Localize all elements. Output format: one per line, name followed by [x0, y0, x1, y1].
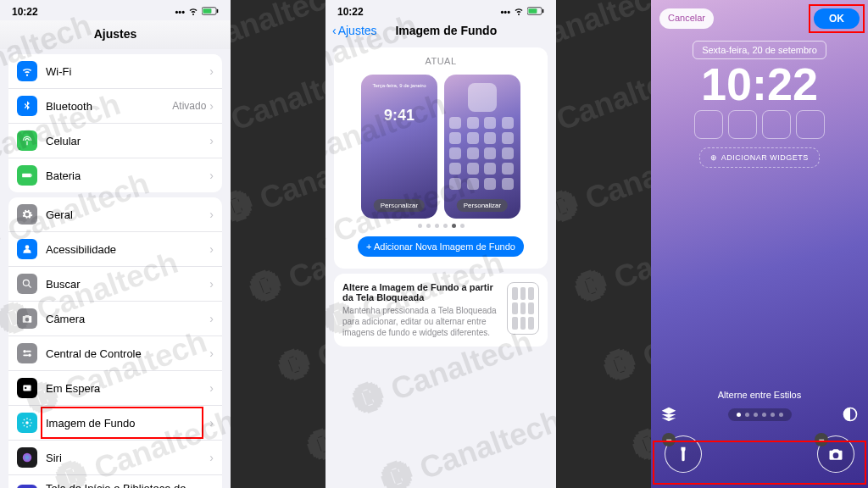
tip-card: Altere a Imagem de Fundo a partir da Tel… — [334, 274, 548, 347]
personalize-home-button[interactable]: Personalizar — [457, 199, 508, 212]
flashlight-icon — [675, 446, 692, 463]
svg-rect-8 — [23, 354, 28, 356]
row-label: Em Espera — [46, 382, 209, 395]
tip-phone-icon — [507, 282, 539, 335]
chevron-right-icon: › — [209, 134, 214, 147]
nav-bar: ‹ Ajustes Imagem de Fundo — [326, 20, 556, 42]
remove-icon[interactable]: − — [815, 433, 828, 446]
svg-rect-20 — [542, 9, 543, 13]
chevron-right-icon: › — [209, 99, 214, 113]
background-gap: 🅒 Canaltech🅒 Canaltech🅒 Canaltech🅒 Canal… — [556, 0, 651, 488]
person-icon — [17, 239, 37, 259]
camera-icon — [827, 446, 844, 463]
row-value: Ativado — [172, 100, 206, 112]
status-bar: 10:22 ••• — [0, 0, 231, 20]
row-label: Câmera — [46, 313, 209, 325]
lockscreen-preview[interactable]: Terça-feira, 9 de janeiro 9:41 Personali… — [361, 75, 437, 219]
preview-app-grid — [449, 117, 515, 190]
personalize-lock-button[interactable]: Personalizar — [374, 199, 425, 212]
settings-group: Wi-Fi›BluetoothAtivado›Celular›Bateria› — [8, 54, 222, 192]
signal-icon: ••• — [500, 7, 510, 17]
settings-row-wallpaper[interactable]: Imagem de Fundo› — [8, 406, 222, 441]
remove-icon[interactable]: − — [662, 433, 676, 446]
chevron-right-icon: › — [209, 381, 214, 395]
siri-icon — [17, 447, 37, 468]
date-field[interactable]: Sexta-feira, 20 de setembro — [693, 41, 826, 59]
row-label: Buscar — [46, 278, 209, 291]
row-label: Celular — [46, 135, 209, 147]
layers-icon[interactable] — [659, 405, 678, 424]
contrast-icon[interactable] — [841, 405, 860, 424]
chevron-right-icon: › — [209, 242, 214, 256]
signal-icon: ••• — [175, 7, 185, 17]
chevron-right-icon: › — [209, 64, 214, 78]
homescreen-preview[interactable]: Personalizar — [444, 75, 520, 219]
svg-point-3 — [25, 245, 30, 249]
chevron-left-icon: ‹ — [332, 24, 337, 37]
svg-rect-6 — [26, 351, 31, 352]
settings-row-wifi[interactable]: Wi-Fi› — [8, 54, 222, 89]
chevron-right-icon: › — [209, 208, 214, 221]
widget-slot[interactable] — [762, 110, 791, 139]
settings-row-camera[interactable]: Câmera› — [8, 302, 222, 336]
chevron-right-icon: › — [209, 347, 214, 360]
battery-icon — [527, 6, 544, 18]
current-wallpaper-card: ATUAL Terça-feira, 9 de janeiro 9:41 Per… — [334, 47, 548, 269]
camera-icon — [17, 308, 37, 329]
time-field[interactable]: 10:22 — [651, 61, 868, 107]
row-label: Geral — [46, 208, 209, 221]
gear-icon — [17, 204, 37, 225]
settings-row-battery[interactable]: Bateria› — [8, 158, 222, 192]
svg-rect-2 — [217, 9, 218, 13]
battery-icon — [17, 165, 37, 186]
style-controls — [659, 405, 860, 424]
wallpaper-previews: Terça-feira, 9 de janeiro 9:41 Personali… — [361, 75, 520, 219]
row-label: Tela de Início e Biblioteca de Apps — [46, 482, 209, 488]
tip-title: Altere a Imagem de Fundo a partir da Tel… — [342, 282, 498, 302]
widget-slot[interactable] — [694, 110, 723, 139]
widget-slot[interactable] — [728, 110, 757, 139]
row-label: Central de Controle — [46, 347, 209, 360]
settings-row-siri[interactable]: Siri› — [8, 441, 222, 475]
settings-row-search[interactable]: Buscar› — [8, 267, 222, 302]
svg-point-11 — [25, 421, 29, 424]
camera-button[interactable]: − — [817, 435, 854, 473]
status-time: 10:22 — [12, 6, 38, 18]
settings-row-bluetooth[interactable]: BluetoothAtivado› — [8, 89, 222, 124]
svg-rect-1 — [203, 8, 211, 14]
bluetooth-icon — [17, 96, 37, 116]
wallpaper-settings-screen: 10:22 ••• ‹ Ajustes Imagem de Fundo ATUA… — [326, 0, 556, 488]
widget-slots[interactable] — [651, 110, 868, 139]
styles-label: Alterne entre Estilos — [659, 390, 860, 400]
settings-row-homegrid[interactable]: Tela de Início e Biblioteca de Apps› — [8, 475, 222, 488]
editor-top-bar: Cancelar OK — [651, 0, 868, 29]
status-icons: ••• — [175, 6, 219, 18]
status-icons: ••• — [500, 6, 544, 18]
chevron-right-icon: › — [209, 416, 214, 430]
add-wallpaper-button[interactable]: + Adicionar Nova Imagem de Fundo — [358, 236, 524, 257]
widget-slot[interactable] — [796, 110, 825, 139]
preview-time: 9:41 — [384, 107, 415, 125]
settings-title: Ajustes — [0, 20, 231, 49]
standby-icon — [17, 378, 37, 398]
battery-icon — [202, 6, 219, 18]
ok-button[interactable]: OK — [814, 8, 860, 29]
wifi-icon — [17, 61, 37, 81]
settings-row-standby[interactable]: Em Espera› — [8, 371, 222, 406]
settings-row-gear[interactable]: Geral› — [8, 197, 222, 232]
row-label: Bluetooth — [46, 100, 172, 113]
preview-date: Terça-feira, 9 de janeiro — [372, 83, 426, 88]
add-widgets-button[interactable]: ⊕ ADICIONAR WIDGETS — [699, 147, 820, 168]
settings-row-person[interactable]: Acessibilidade› — [8, 232, 222, 267]
style-page-dots[interactable] — [728, 408, 792, 421]
svg-point-12 — [23, 453, 32, 463]
settings-group: Geral›Acessibilidade›Buscar›Câmera›Centr… — [8, 197, 222, 488]
cancel-button[interactable]: Cancelar — [659, 8, 714, 29]
svg-rect-9 — [23, 385, 31, 391]
flashlight-button[interactable]: − — [665, 435, 702, 473]
svg-point-5 — [23, 350, 26, 353]
settings-row-switches[interactable]: Central de Controle› — [8, 336, 222, 371]
section-label: ATUAL — [425, 56, 456, 66]
row-label: Siri — [46, 452, 209, 464]
settings-row-antenna[interactable]: Celular› — [8, 124, 222, 158]
